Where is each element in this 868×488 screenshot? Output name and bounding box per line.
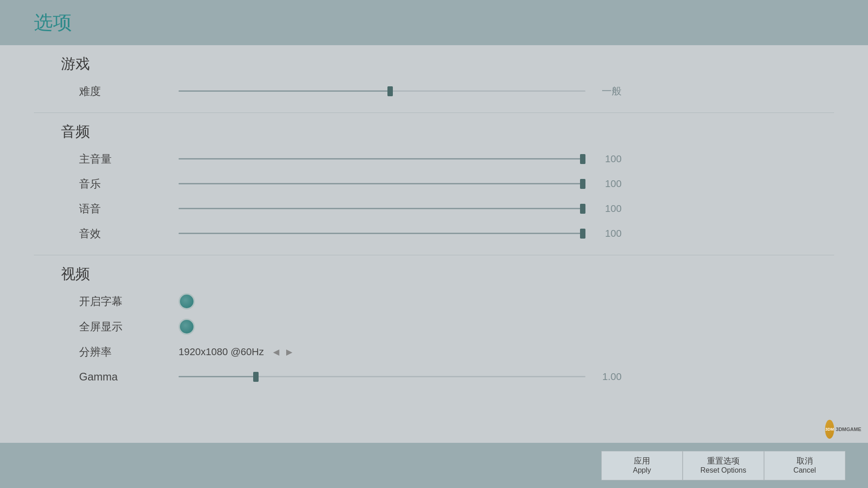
apply-cn-label: 应用 <box>634 456 650 466</box>
video-section: 视频 开启字幕 全屏显示 分辨率 868x488 @60Hz ◀ ▶ Gam… <box>34 255 834 398</box>
audio-section-title: 音频 <box>34 122 834 142</box>
fullscreen-toggle[interactable] <box>179 319 195 335</box>
header: 选项 <box>0 0 868 45</box>
watermark: 3DM 3DMGAME <box>825 418 861 441</box>
resolution-arrows: ◀ ▶ <box>271 346 295 358</box>
gamma-track[interactable] <box>179 376 585 377</box>
sfx-label: 音效 <box>79 226 170 241</box>
gamma-label: Gamma <box>79 371 170 383</box>
sfx-fill <box>179 233 585 234</box>
subtitles-label: 开启字幕 <box>79 294 170 309</box>
subtitles-toggle[interactable] <box>179 293 195 310</box>
music-row: 音乐 100 <box>34 171 834 196</box>
game-section: 游戏 难度 一般 <box>34 45 834 113</box>
music-value: 100 <box>594 178 622 190</box>
gamma-fill <box>179 376 256 377</box>
watermark-logo-text: 3DM <box>825 427 834 432</box>
master-volume-fill <box>179 158 585 160</box>
music-slider-container[interactable] <box>179 183 585 184</box>
voice-row: 语音 100 <box>34 196 834 221</box>
difficulty-label: 难度 <box>79 84 170 99</box>
settings-content: 游戏 难度 一般 音频 主音量 100 <box>0 45 868 398</box>
gamma-thumb[interactable] <box>253 372 259 382</box>
fullscreen-row: 全屏显示 <box>34 314 834 339</box>
sfx-slider-container[interactable] <box>179 233 585 234</box>
reset-en-label: Reset Options <box>700 466 746 474</box>
gamma-row: Gamma 1.00 <box>34 364 834 389</box>
fullscreen-label: 全屏显示 <box>79 319 170 334</box>
sfx-track[interactable] <box>179 233 585 234</box>
difficulty-slider-track[interactable] <box>179 90 585 92</box>
sfx-value: 100 <box>594 228 622 239</box>
footer: 应用 Apply 重置选项 Reset Options 取消 Cancel <box>0 443 868 488</box>
master-volume-value: 100 <box>594 153 622 165</box>
resolution-value: 868x488 @60Hz <box>179 346 264 358</box>
resolution-container: 868x488 @60Hz ◀ ▶ <box>179 346 295 358</box>
cancel-button[interactable]: 取消 Cancel <box>764 451 845 480</box>
master-volume-row: 主音量 100 <box>34 146 834 171</box>
game-section-title: 游戏 <box>34 54 834 74</box>
music-label: 音乐 <box>79 177 170 191</box>
resolution-label: 分辨率 <box>79 345 170 359</box>
difficulty-row: 难度 一般 <box>34 79 834 103</box>
subtitles-row: 开启字幕 <box>34 289 834 314</box>
master-volume-track[interactable] <box>179 158 585 160</box>
apply-button[interactable]: 应用 Apply <box>601 451 683 480</box>
voice-track[interactable] <box>179 208 585 209</box>
voice-slider-container[interactable] <box>179 208 585 209</box>
sfx-row: 音效 100 <box>34 221 834 246</box>
music-track[interactable] <box>179 183 585 184</box>
music-fill <box>179 183 585 184</box>
cancel-cn-label: 取消 <box>797 456 813 466</box>
difficulty-slider-thumb[interactable] <box>387 86 393 96</box>
master-volume-slider-container[interactable] <box>179 158 585 160</box>
difficulty-slider-fill <box>179 90 390 92</box>
resolution-row: 分辨率 868x488 @60Hz ◀ ▶ <box>34 339 834 364</box>
resolution-prev-button[interactable]: ◀ <box>271 346 282 358</box>
voice-value: 100 <box>594 203 622 215</box>
voice-label: 语音 <box>79 202 170 216</box>
sfx-thumb[interactable] <box>580 229 585 239</box>
voice-fill <box>179 208 585 209</box>
apply-en-label: Apply <box>633 466 651 474</box>
master-volume-label: 主音量 <box>79 152 170 166</box>
music-thumb[interactable] <box>580 179 585 189</box>
video-section-title: 视频 <box>34 264 834 284</box>
reset-cn-label: 重置选项 <box>707 456 740 466</box>
difficulty-slider-container[interactable] <box>179 90 585 92</box>
voice-thumb[interactable] <box>580 204 585 214</box>
resolution-next-button[interactable]: ▶ <box>284 346 295 358</box>
master-volume-thumb[interactable] <box>580 154 585 164</box>
difficulty-value: 一般 <box>594 84 622 98</box>
watermark-text: 3DMGAME <box>836 427 861 432</box>
gamma-slider-container[interactable] <box>179 376 585 377</box>
reset-button[interactable]: 重置选项 Reset Options <box>683 451 764 480</box>
page-title: 选项 <box>34 10 72 35</box>
audio-section: 音频 主音量 100 音乐 100 语音 <box>34 113 834 255</box>
cancel-en-label: Cancel <box>793 466 816 474</box>
gamma-value: 1.00 <box>594 371 622 383</box>
watermark-logo: 3DM <box>825 420 834 439</box>
